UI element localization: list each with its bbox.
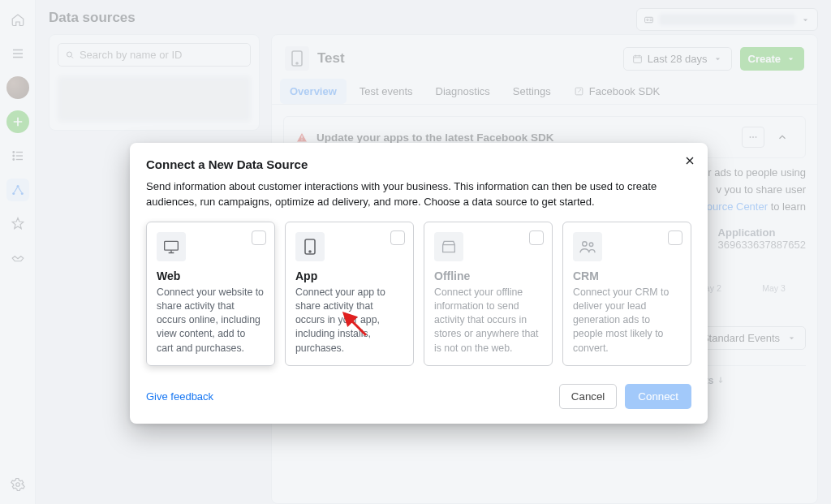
people-icon [573,232,602,261]
svg-point-22 [589,243,593,247]
connect-data-source-modal: Connect a New Data Source Send informati… [130,143,708,424]
data-source-card-offline[interactable]: Offline Connect your offline information… [424,222,553,366]
svg-point-20 [309,251,311,252]
svg-point-21 [583,241,587,245]
give-feedback-link[interactable]: Give feedback [146,390,213,403]
close-button[interactable] [683,154,696,170]
modal-title: Connect a New Data Source [146,157,691,171]
card-checkbox[interactable] [390,230,405,245]
store-icon [434,232,463,261]
phone-icon [295,232,325,261]
card-checkbox[interactable] [529,230,544,245]
monitor-icon [157,232,186,261]
data-source-card-crm[interactable]: CRM Connect your CRM to deliver your lea… [562,222,691,366]
card-checkbox[interactable] [668,230,682,245]
data-source-card-app[interactable]: App Connect your app to share activity t… [285,222,414,366]
connect-button[interactable]: Connect [625,384,691,409]
card-checkbox[interactable] [252,230,266,245]
data-source-card-web[interactable]: Web Connect your website to share activi… [146,222,275,366]
cancel-button[interactable]: Cancel [559,384,618,409]
close-icon [683,154,696,167]
modal-description: Send information about customer interact… [146,179,691,210]
svg-rect-18 [165,241,179,250]
